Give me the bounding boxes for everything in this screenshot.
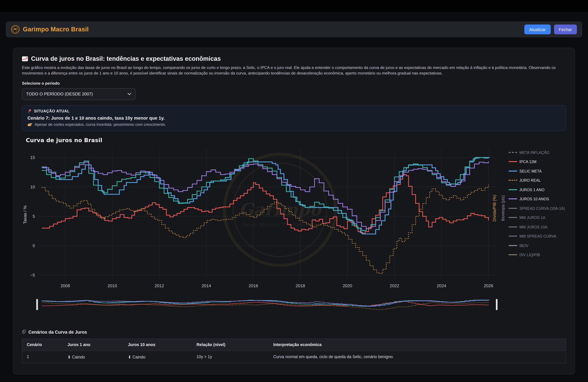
legend-swatch-icon <box>509 217 517 218</box>
range-selector[interactable] <box>22 297 514 313</box>
legend-swatch-icon <box>509 226 517 227</box>
column-header: Juros 1 ano <box>63 339 123 351</box>
legend-label: MM JUROS 1A <box>519 215 545 220</box>
header-actions: Atualizar Fechar <box>524 24 577 34</box>
svg-text:2018: 2018 <box>296 283 305 288</box>
watermark: GarimpoDeep Market Prospecting <box>224 154 336 265</box>
legend-item[interactable]: JUROS 1 ANO <box>509 186 571 193</box>
column-header: Interpretação econômica <box>269 339 566 351</box>
legend-label: MM SPREAD CURVA <box>519 234 556 238</box>
legend-label: SELIC META <box>519 169 542 173</box>
series-line <box>42 185 488 273</box>
status-scenario: Cenário 7: Juros de 1 e 10 anos caindo, … <box>27 115 561 120</box>
pin-icon <box>27 109 32 113</box>
svg-text:10: 10 <box>30 184 35 189</box>
garimpo-logo-icon <box>11 25 20 34</box>
y-axis-title: Taxas / % <box>22 205 27 224</box>
legend-label: JUROS 10 ANOS <box>519 197 549 201</box>
description: Este gráfico mostra a evolução das taxas… <box>22 65 564 76</box>
legend-swatch-icon <box>509 245 517 246</box>
scenarios-title: Cenários da Curva de Juros <box>22 330 566 335</box>
legend-item[interactable]: JURO REAL <box>509 177 571 183</box>
period-select-value: TODO O PERÍODO (DESDE 2007) <box>26 91 93 96</box>
status-note-text: Apesar de cortes esperados, curva invert… <box>35 122 166 127</box>
legend-label: META INFLAÇÃO <box>519 150 549 154</box>
interest-rate-chart[interactable]: GarimpoDeep Market Prospecting−505101520… <box>22 146 514 293</box>
legend-swatch-icon <box>509 189 517 190</box>
svg-text:2016: 2016 <box>249 283 258 288</box>
legend-item[interactable]: DIV LIQ/PIB <box>509 252 571 258</box>
status-heading-text: SITUAÇÃO ATUAL <box>34 109 70 113</box>
chevron-down-icon <box>127 93 131 95</box>
scenarios-table: CenárioJuros 1 anoJuros 10 anosRelação (… <box>22 338 566 363</box>
svg-text:2022: 2022 <box>390 283 399 288</box>
pointing-hand-icon <box>27 122 32 127</box>
legend-item[interactable]: SPREAD CURVA (10A-1A) <box>509 205 571 211</box>
brand: Garimpo Macro Brasil <box>11 25 89 34</box>
legend-item[interactable]: META INFLAÇÃO <box>509 149 571 155</box>
svg-text:−5: −5 <box>30 273 35 277</box>
right-axis-title-divida-pib: Dívida/PIB (%) <box>492 195 497 221</box>
legend-item[interactable]: IBOV <box>509 242 571 249</box>
legend-swatch-icon <box>509 170 517 171</box>
column-header: Juros 10 anos <box>123 339 192 351</box>
legend-item[interactable]: MM JUROS 10A <box>509 224 571 230</box>
mini-series-line <box>42 301 488 306</box>
right-axis-title-ibovespa: Ibovespa (pts) <box>501 195 505 221</box>
column-header: Relação (nível) <box>192 339 269 351</box>
legend-label: JURO REAL <box>519 178 541 182</box>
app-header: Garimpo Macro Brasil Atualizar Fechar <box>6 21 582 37</box>
legend-label: DIV LIQ/PIB <box>519 253 540 257</box>
svg-text:2020: 2020 <box>343 283 352 288</box>
page-background: Garimpo Macro Brasil Atualizar Fechar Cu… <box>0 12 588 382</box>
range-handle-right[interactable] <box>496 299 498 310</box>
app-title: Garimpo Macro Brasil <box>23 26 89 33</box>
svg-text:0: 0 <box>33 243 35 248</box>
table-cell: ⬇ Caindo <box>63 351 123 363</box>
legend-item[interactable]: MM SPREAD CURVA <box>509 233 571 239</box>
legend-label: IBOV <box>519 243 528 248</box>
page-title: Curva de juros no Brasil: tendências e e… <box>22 55 566 63</box>
legend-item[interactable]: IPCA 12M <box>509 158 571 165</box>
main-card: Curva de juros no Brasil: tendências e e… <box>13 48 575 375</box>
chart-legend: META INFLAÇÃOIPCA 12MSELIC METAJURO REAL… <box>509 149 571 261</box>
status-box: SITUAÇÃO ATUAL Cenário 7: Juros de 1 e 1… <box>22 105 566 131</box>
table-row: 1⬇ Caindo⬇ Caindo10y > 1yCurva normal em… <box>22 351 566 363</box>
paperclip-icon <box>22 330 26 335</box>
close-button[interactable]: Fechar <box>554 24 577 34</box>
refresh-button[interactable]: Atualizar <box>524 24 551 34</box>
legend-swatch-icon <box>509 198 517 199</box>
svg-text:2012: 2012 <box>154 283 164 288</box>
page: Garimpo Macro Brasil Atualizar Fechar Cu… <box>0 0 588 382</box>
mini-series-line <box>42 302 488 309</box>
legend-swatch-icon <box>509 236 517 236</box>
legend-swatch-icon <box>509 161 517 162</box>
table-cell: 1 <box>22 351 63 363</box>
legend-swatch-icon <box>509 254 517 255</box>
legend-item[interactable]: SELIC META <box>509 168 571 174</box>
page-title-text: Curva de juros no Brasil: tendências e e… <box>31 55 221 63</box>
legend-label: IPCA 12M <box>519 159 536 164</box>
status-heading: SITUAÇÃO ATUAL <box>27 109 561 113</box>
status-note: Apesar de cortes esperados, curva invert… <box>27 122 561 127</box>
period-label: Selecione o período <box>22 81 566 85</box>
chart-increasing-icon <box>22 56 28 62</box>
legend-label: SPREAD CURVA (10A-1A) <box>519 206 565 210</box>
svg-text:2010: 2010 <box>108 283 117 288</box>
svg-text:2014: 2014 <box>202 283 211 288</box>
x-axis-labels: 2008201020122014201620182020202220242026 <box>61 283 493 288</box>
svg-text:5: 5 <box>33 214 35 219</box>
range-handle-left[interactable] <box>36 299 38 310</box>
table-cell: ⬇ Caindo <box>123 351 192 363</box>
chart-area: GarimpoDeep Market Prospecting−505101520… <box>22 146 566 293</box>
svg-text:15: 15 <box>30 155 35 160</box>
legend-label: JUROS 1 ANO <box>519 187 544 192</box>
chart-title: Curva de juros no Brasil <box>26 137 566 143</box>
chart-section: Curva de juros no Brasil GarimpoDeep Mar… <box>22 137 566 313</box>
legend-item[interactable]: MM JUROS 1A <box>509 214 571 221</box>
legend-swatch-icon <box>509 180 517 181</box>
legend-swatch-icon <box>509 152 517 153</box>
column-header: Cenário <box>22 339 63 351</box>
period-select[interactable]: TODO O PERÍODO (DESDE 2007) <box>22 88 136 100</box>
legend-item[interactable]: JUROS 10 ANOS <box>509 196 571 202</box>
